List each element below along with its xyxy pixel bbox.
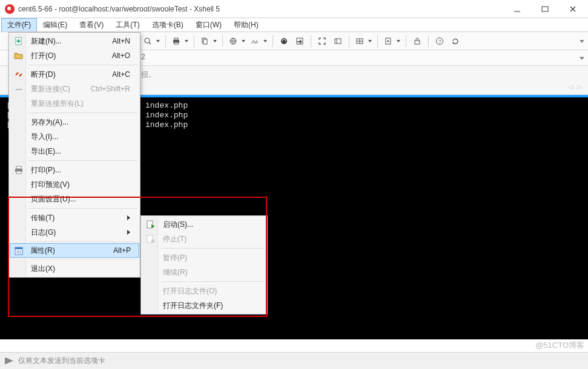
menu-item-label: 另存为(A)... bbox=[31, 117, 68, 128]
toolbar-refresh-button[interactable] bbox=[448, 34, 463, 48]
submenu-item-start[interactable]: 启动(S)... bbox=[142, 217, 266, 232]
disconnect-icon bbox=[14, 70, 24, 79]
menu-item-save-as[interactable]: 另存为(A)... bbox=[10, 115, 139, 129]
svg-point-36 bbox=[16, 89, 18, 91]
menu-item-label: 重新连接(C) bbox=[31, 84, 70, 94]
menu-separator bbox=[28, 160, 137, 161]
menu-item-log[interactable]: 日志(G) bbox=[10, 225, 139, 240]
menu-item-label: 导入(I)... bbox=[31, 132, 58, 142]
submenu-arrow-icon bbox=[127, 230, 130, 235]
toolbar-panel-button[interactable] bbox=[331, 34, 345, 48]
svg-text:A: A bbox=[251, 39, 255, 45]
menu-item-label: 重新连接所有(L) bbox=[31, 99, 84, 109]
log-submenu: 启动(S)... 停止(T) 暂停(P) 继续(R) 打开日志文件(O) 打开日… bbox=[140, 215, 268, 315]
titlebar: cent6.5-66 - root@localhost:/var/webroot… bbox=[0, 0, 588, 18]
menu-tools[interactable]: 工具(T) bbox=[110, 18, 145, 31]
toolbar-layout-button[interactable] bbox=[353, 34, 374, 48]
submenu-item-resume: 继续(R) bbox=[142, 265, 266, 279]
menu-item-shortcut: Alt+N bbox=[97, 37, 130, 45]
svg-rect-1 bbox=[542, 7, 548, 11]
menu-item-label: 页面设置(U)... bbox=[31, 194, 76, 204]
watermark: @51CTO博客 bbox=[535, 340, 584, 351]
banner-fragment: 扭。 bbox=[141, 70, 156, 80]
menu-item-properties[interactable]: 属性(R) Alt+P bbox=[10, 243, 139, 258]
svg-text:?: ? bbox=[438, 39, 441, 44]
menu-item-open[interactable]: 打开(O) Alt+O bbox=[10, 48, 139, 63]
new-icon bbox=[14, 36, 24, 46]
svg-point-34 bbox=[17, 73, 18, 74]
menu-edit[interactable]: 编辑(E) bbox=[37, 18, 73, 31]
menu-item-shortcut: Alt+O bbox=[97, 51, 130, 60]
svg-rect-40 bbox=[16, 171, 21, 174]
svg-rect-39 bbox=[16, 166, 21, 169]
menu-item-exit[interactable]: 退出(X) bbox=[10, 261, 139, 276]
menu-item-label: 断开(D) bbox=[31, 70, 56, 80]
svg-line-5 bbox=[149, 42, 151, 44]
menu-item-export[interactable]: 导出(E)... bbox=[10, 144, 139, 158]
toolbar-copy-button[interactable] bbox=[198, 34, 219, 48]
toolbar-swirl-button[interactable] bbox=[277, 34, 291, 48]
toolbar-newdoc-button[interactable] bbox=[382, 34, 402, 48]
stop-log-icon bbox=[146, 234, 156, 244]
menu-item-label: 传输(T) bbox=[31, 213, 55, 223]
menu-help[interactable]: 帮助(H) bbox=[228, 18, 265, 31]
svg-rect-42 bbox=[15, 247, 22, 249]
menu-item-label: 属性(R) bbox=[30, 246, 55, 256]
menu-item-transfer[interactable]: 传输(T) bbox=[10, 211, 139, 225]
maximize-button[interactable] bbox=[531, 1, 559, 18]
close-button[interactable] bbox=[559, 1, 587, 18]
svg-point-4 bbox=[145, 38, 150, 43]
submenu-item-pause: 暂停(P) bbox=[142, 250, 266, 265]
toolbar-search-button[interactable] bbox=[141, 34, 162, 48]
svg-point-35 bbox=[19, 75, 21, 76]
svg-marker-18 bbox=[297, 39, 302, 44]
menu-separator bbox=[160, 248, 265, 249]
menu-item-shortcut: Alt+C bbox=[97, 70, 130, 79]
tabstrip-overflow[interactable] bbox=[580, 50, 584, 66]
app-icon bbox=[5, 4, 15, 14]
svg-text:A: A bbox=[254, 40, 258, 44]
menu-item-print[interactable]: 打印(P)... bbox=[10, 163, 139, 177]
menu-item-label: 暂停(P) bbox=[163, 253, 187, 263]
menu-tabs[interactable]: 选项卡(B) bbox=[146, 18, 190, 31]
toolbar-lock-button[interactable] bbox=[410, 34, 424, 48]
menu-file[interactable]: 文件(F) bbox=[1, 18, 37, 31]
menu-item-import[interactable]: 导入(I)... bbox=[10, 129, 139, 144]
menu-item-label: 新建(N)... bbox=[31, 36, 62, 47]
start-log-icon bbox=[146, 220, 156, 229]
menu-separator bbox=[28, 113, 137, 113]
menu-separator bbox=[28, 65, 137, 65]
menubar: 文件(F) 编辑(E) 查看(V) 工具(T) 选项卡(B) 窗口(W) 帮助(… bbox=[0, 18, 588, 32]
menu-view[interactable]: 查看(V) bbox=[73, 18, 110, 31]
menu-item-label: 打开(O) bbox=[31, 51, 56, 61]
menu-item-label: 打印(P)... bbox=[31, 165, 61, 175]
menu-item-label: 日志(G) bbox=[31, 227, 56, 238]
toolbar-help-button[interactable]: ? bbox=[432, 34, 447, 48]
banner-scroll-arrows[interactable]: ◁ ▷ bbox=[568, 83, 583, 91]
menu-item-print-preview[interactable]: 打印预览(V) bbox=[10, 177, 139, 192]
send-icon bbox=[5, 358, 13, 365]
toolbar-font-button[interactable]: AA bbox=[248, 34, 269, 48]
terminal-line: index.php bbox=[145, 111, 583, 120]
menu-item-label: 停止(T) bbox=[163, 234, 187, 244]
svg-rect-27 bbox=[415, 41, 420, 44]
menu-item-label: 导出(E)... bbox=[31, 146, 61, 157]
menu-item-page-setup[interactable]: 页面设置(U)... bbox=[10, 192, 139, 206]
menu-item-new[interactable]: 新建(N)... Alt+N bbox=[10, 34, 139, 48]
submenu-item-open-log-folder[interactable]: 打开日志文件夹(F) bbox=[142, 298, 266, 313]
toolbar-globe-button[interactable] bbox=[226, 34, 247, 48]
minimize-button[interactable] bbox=[503, 1, 531, 18]
submenu-arrow-icon bbox=[127, 215, 130, 220]
toolbar-fullscreen-button[interactable] bbox=[315, 34, 329, 48]
svg-rect-19 bbox=[335, 39, 341, 44]
menu-item-disconnect[interactable]: 断开(D) Alt+C bbox=[10, 67, 139, 82]
menu-item-reconnect-all: 重新连接所有(L) bbox=[10, 96, 139, 111]
menu-separator bbox=[28, 241, 137, 242]
toolbar-overflow[interactable] bbox=[580, 32, 584, 50]
toolbar-print-button[interactable] bbox=[170, 34, 190, 48]
toolbar-arrow-button[interactable] bbox=[292, 34, 307, 48]
svg-rect-10 bbox=[203, 39, 207, 44]
menu-item-label: 退出(X) bbox=[31, 264, 55, 274]
menu-window[interactable]: 窗口(W) bbox=[190, 18, 228, 31]
svg-marker-46 bbox=[151, 224, 155, 228]
